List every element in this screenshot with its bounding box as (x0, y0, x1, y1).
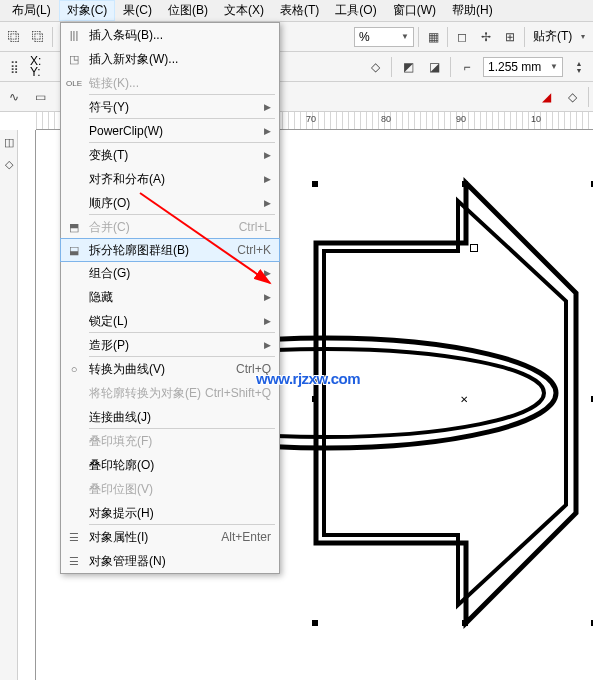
menu-effect[interactable]: 果(C) (115, 0, 160, 21)
grid-icon[interactable]: ▦ (423, 27, 443, 47)
menu-lock[interactable]: 锁定(L)▶ (61, 309, 279, 333)
chevron-right-icon: ▶ (264, 292, 271, 302)
chevron-right-icon: ▶ (264, 340, 271, 350)
menu-object-properties[interactable]: ☰对象属性(I)Alt+Enter (61, 525, 279, 549)
menu-overprint-fill: 叠印填充(F) (61, 429, 279, 453)
curve-icon[interactable]: ∿ (4, 87, 24, 107)
selection-handle[interactable] (462, 181, 468, 187)
chevron-right-icon: ▶ (264, 102, 271, 112)
selection-handle[interactable] (312, 620, 318, 626)
chevron-right-icon: ▶ (264, 150, 271, 160)
zoom-value: % (359, 30, 370, 44)
menu-combine: ⬒合并(C)Ctrl+L (61, 215, 279, 239)
menu-transform[interactable]: 变换(T)▶ (61, 143, 279, 167)
tool-b[interactable]: ◇ (1, 154, 17, 174)
spinner-icon[interactable]: ▲▼ (569, 57, 589, 77)
pattern-icon[interactable]: ⣿ (4, 57, 24, 77)
menu-join-curves[interactable]: 连接曲线(J) (61, 405, 279, 429)
menu-overprint-bitmap: 叠印位图(V) (61, 477, 279, 501)
snap-dropdown[interactable]: 贴齐(T) ▾ (529, 27, 589, 47)
zoom-combo[interactable]: % ▼ (354, 27, 414, 47)
chevron-right-icon: ▶ (264, 126, 271, 136)
object-icon: ◳ (65, 53, 83, 66)
menu-help[interactable]: 帮助(H) (444, 0, 501, 21)
chevron-right-icon: ▶ (264, 198, 271, 208)
menu-insert-new-object[interactable]: ◳插入新对象(W)... (61, 47, 279, 71)
menu-window[interactable]: 窗口(W) (385, 0, 444, 21)
object-menu-dropdown: |||插入条码(B)... ◳插入新对象(W)... OLE链接(K)... 符… (60, 22, 280, 574)
menu-object-manager[interactable]: ☰对象管理器(N) (61, 549, 279, 573)
step-l-icon[interactable]: ◩ (398, 57, 418, 77)
menu-overprint-outline[interactable]: 叠印轮廓(O) (61, 453, 279, 477)
ruler-vertical (18, 130, 36, 680)
menu-bitmap[interactable]: 位图(B) (160, 0, 216, 21)
properties-icon: ☰ (65, 531, 83, 544)
menubar: 布局(L) 对象(C) 果(C) 位图(B) 文本(X) 表格(T) 工具(O)… (0, 0, 593, 22)
ruler-tick: 80 (381, 114, 391, 124)
menu-break-apart[interactable]: ⬓拆分轮廓图群组(B)Ctrl+K (60, 238, 280, 262)
chevron-right-icon: ▶ (264, 268, 271, 278)
ruler-tick: 70 (306, 114, 316, 124)
ruler-tick: 10 (531, 114, 541, 124)
menu-link: OLE链接(K)... (61, 71, 279, 95)
chevron-right-icon: ▶ (264, 316, 271, 326)
menu-layout[interactable]: 布局(L) (4, 0, 59, 21)
menu-outline-to-object: 将轮廓转换为对象(E)Ctrl+Shift+Q (61, 381, 279, 405)
selection-handle[interactable] (312, 181, 318, 187)
eyedropper-icon[interactable]: ◇ (562, 87, 582, 107)
selection-handle[interactable] (312, 396, 318, 402)
toolbox-vertical: ◫ ◇ (0, 130, 18, 680)
menu-convert-curves[interactable]: ○转换为曲线(V)Ctrl+Q (61, 357, 279, 381)
menu-order[interactable]: 顺序(O)▶ (61, 191, 279, 215)
fill-icon[interactable]: ◢ (536, 87, 556, 107)
menu-insert-barcode[interactable]: |||插入条码(B)... (61, 23, 279, 47)
menu-object-hints[interactable]: 对象提示(H) (61, 501, 279, 525)
menu-text[interactable]: 文本(X) (216, 0, 272, 21)
paste-icon[interactable]: ⿻ (28, 27, 48, 47)
ruler-tick: 90 (456, 114, 466, 124)
menu-align-distribute[interactable]: 对齐和分布(A)▶ (61, 167, 279, 191)
menu-object[interactable]: 对象(C) (59, 0, 116, 21)
barcode-icon: ||| (65, 29, 83, 41)
snap-label: 贴齐(T) (533, 28, 572, 45)
selection-handle[interactable] (462, 620, 468, 626)
menu-group[interactable]: 组合(G)▶ (61, 261, 279, 285)
y-label: Y: (30, 67, 41, 78)
selected-artwork[interactable] (276, 153, 593, 680)
menu-tools[interactable]: 工具(O) (327, 0, 384, 21)
chevron-down-icon: ▾ (581, 32, 585, 41)
menu-table[interactable]: 表格(T) (272, 0, 327, 21)
chevron-down-icon: ▼ (401, 32, 409, 41)
menu-hide[interactable]: 隐藏▶ (61, 285, 279, 309)
rect-icon[interactable]: ▭ (30, 87, 50, 107)
tool-a[interactable]: ◫ (1, 132, 17, 152)
chevron-down-icon: ▼ (550, 62, 558, 71)
watermark: www.rjzxw.com (256, 370, 360, 387)
chevron-right-icon: ▶ (264, 174, 271, 184)
break-icon: ⬓ (65, 244, 83, 257)
manager-icon: ☰ (65, 555, 83, 568)
combine-icon: ⬒ (65, 221, 83, 234)
outline-width-value: 1.255 mm (488, 60, 541, 74)
convert-icon[interactable]: ◇ (365, 57, 385, 77)
snap-box-icon[interactable]: ◻ (452, 27, 472, 47)
step-r-icon[interactable]: ◪ (424, 57, 444, 77)
menu-symbol[interactable]: 符号(Y)▶ (61, 95, 279, 119)
corner-icon[interactable]: ⌐ (457, 57, 477, 77)
curve-icon: ○ (65, 363, 83, 375)
menu-shaping[interactable]: 造形(P)▶ (61, 333, 279, 357)
outline-width-combo[interactable]: 1.255 mm ▼ (483, 57, 563, 77)
center-marker[interactable]: ✕ (460, 394, 468, 405)
ole-icon: OLE (65, 79, 83, 88)
snap-cross-icon[interactable]: ✢ (476, 27, 496, 47)
node-marker[interactable] (470, 244, 478, 252)
menu-powerclip[interactable]: PowerClip(W)▶ (61, 119, 279, 143)
copy-icon[interactable]: ⿻ (4, 27, 24, 47)
snap-grid-icon[interactable]: ⊞ (500, 27, 520, 47)
